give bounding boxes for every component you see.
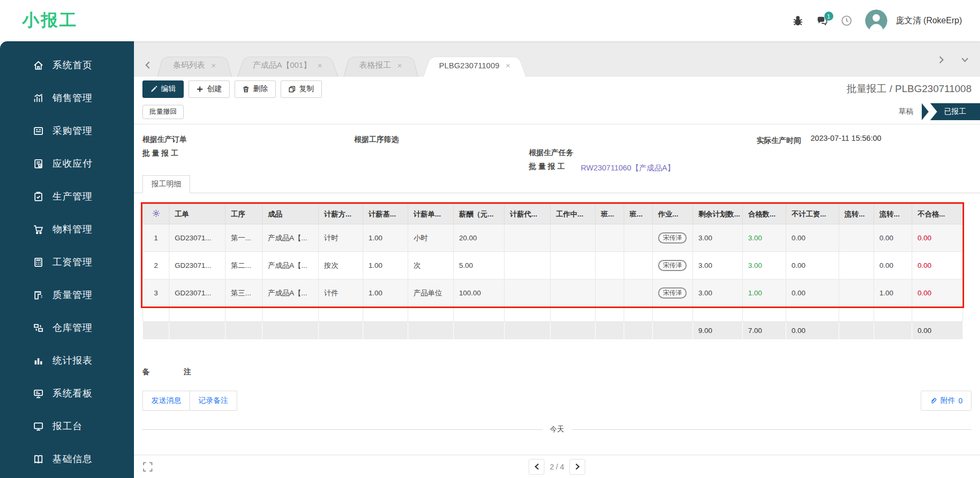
cell-shift2[interactable] (624, 252, 653, 279)
tab-close-icon[interactable]: × (318, 61, 322, 70)
tab-2[interactable]: 表格报工× (344, 53, 418, 77)
column-header[interactable]: 工序 (226, 204, 263, 224)
cell-flow1[interactable] (839, 279, 874, 307)
delete-button[interactable]: 删除 (235, 80, 276, 98)
send-message-button[interactable]: 发送消息 (142, 391, 190, 411)
sidebar-item-dashboard[interactable]: 系统看板 (0, 377, 134, 410)
sidebar-item-quality[interactable]: 质量管理 (0, 278, 134, 311)
cell-remaining[interactable]: 3.00 (693, 279, 743, 307)
tabs-scroll-left-icon[interactable] (139, 53, 155, 77)
log-note-button[interactable]: 记录备注 (190, 391, 237, 411)
cell-working[interactable] (551, 279, 596, 307)
sidebar-item-report-chart[interactable]: 统计报表 (0, 344, 134, 377)
field-order-batch[interactable]: 根据生产订单 批 量 报 工 (142, 133, 354, 174)
cell-unqualified[interactable]: 0.00 (912, 252, 963, 279)
column-header[interactable]: 成品 (263, 204, 319, 224)
cell-pay_agent[interactable] (505, 252, 551, 279)
cell-no_wage[interactable]: 0.00 (786, 252, 839, 279)
cell-no_wage[interactable]: 0.00 (786, 279, 839, 307)
cell-product[interactable]: 产成品A【... (263, 224, 319, 252)
operator-pill[interactable]: 宋传泽 (658, 287, 687, 299)
stage-done[interactable]: 已报工 (930, 103, 980, 120)
task-link[interactable]: RW230711060【产成品A】 (581, 163, 675, 174)
field-process-filter[interactable]: 根据工序筛选 (354, 133, 529, 174)
sidebar-item-receivable-payable[interactable]: 应收应付 (0, 147, 134, 180)
tab-report-detail[interactable]: 报工明细 (142, 175, 190, 193)
cell-shift1[interactable] (596, 252, 624, 279)
cell-pay_unit[interactable]: 次 (408, 252, 454, 279)
cell-remaining[interactable]: 3.00 (693, 252, 743, 279)
table-row[interactable]: 2GD23071...第二...产成品A【...按次1.00次5.00宋传泽3.… (143, 252, 963, 279)
cell-no_wage[interactable]: 0.00 (786, 224, 839, 252)
sidebar-item-purchase[interactable]: 采购管理 (0, 114, 134, 147)
tab-close-icon[interactable]: × (506, 61, 510, 70)
sidebar-item-production[interactable]: 生产管理 (0, 180, 134, 213)
cell-flow2[interactable]: 1.00 (874, 279, 912, 307)
cell-work_order[interactable]: GD23071... (169, 224, 226, 252)
activity-clock-icon[interactable] (841, 15, 852, 26)
column-header[interactable]: 作业... (653, 204, 693, 224)
cell-flow2[interactable]: 0.00 (874, 224, 912, 252)
table-row[interactable]: 1GD23071...第一...产成品A【...计时1.00小时20.00宋传泽… (143, 224, 963, 252)
operator-pill[interactable]: 宋传泽 (658, 232, 687, 243)
batch-recall-button[interactable]: 批量撤回 (142, 105, 184, 119)
sidebar-item-material-cart[interactable]: 物料管理 (0, 213, 134, 246)
cell-shift1[interactable] (596, 224, 624, 252)
cell-operator[interactable]: 宋传泽 (653, 252, 693, 279)
cell-num[interactable]: 3 (143, 279, 169, 307)
cell-qualified[interactable]: 3.00 (743, 252, 786, 279)
actual-time-value[interactable]: 2023-07-11 15:56:00 (811, 134, 882, 142)
column-header[interactable]: 工单 (169, 204, 226, 224)
cell-unqualified[interactable]: 0.00 (912, 224, 963, 252)
column-header[interactable]: 合格数... (743, 204, 786, 224)
column-header[interactable]: 班... (624, 204, 653, 224)
cell-flow1[interactable] (839, 252, 874, 279)
sidebar-item-wage[interactable]: 工资管理 (0, 246, 134, 278)
pager-prev-icon[interactable] (528, 459, 544, 475)
sidebar-item-base-info[interactable]: 基础信息 (0, 443, 134, 475)
column-header[interactable]: 流转... (839, 204, 874, 224)
cell-salary[interactable]: 100.00 (454, 279, 505, 307)
cell-qualified[interactable]: 1.00 (743, 279, 786, 307)
cell-salary[interactable]: 5.00 (454, 252, 505, 279)
column-header[interactable]: 班... (596, 204, 624, 224)
cell-pay_base[interactable]: 1.00 (363, 224, 408, 252)
cell-shift2[interactable] (624, 224, 653, 252)
user-avatar[interactable] (865, 10, 887, 32)
tab-0[interactable]: 条码列表× (157, 53, 232, 77)
tabs-scroll-right-icon[interactable] (933, 48, 949, 71)
pager-next-icon[interactable] (570, 459, 586, 475)
stage-draft[interactable]: 草稿 (898, 107, 913, 116)
cell-pay_agent[interactable] (505, 279, 551, 307)
cell-unqualified[interactable]: 0.00 (912, 279, 963, 307)
cell-qualified[interactable]: 3.00 (743, 224, 786, 252)
column-header[interactable]: 不计工资... (786, 204, 839, 224)
cell-pay_method[interactable]: 计件 (319, 279, 363, 307)
cell-pay_base[interactable]: 1.00 (363, 279, 408, 307)
column-header[interactable]: 不合格... (912, 204, 963, 224)
cell-working[interactable] (551, 252, 596, 279)
attachment-button[interactable]: 附件 0 (921, 391, 972, 411)
tab-1[interactable]: 产成品A【001】× (237, 53, 338, 77)
cell-working[interactable] (551, 224, 596, 252)
create-button[interactable]: 创建 (188, 80, 230, 98)
cell-pay_base[interactable]: 1.00 (363, 252, 408, 279)
cell-num[interactable]: 1 (143, 224, 169, 252)
cell-pay_agent[interactable] (505, 224, 551, 252)
copy-button[interactable]: 复制 (281, 80, 322, 98)
cell-work_order[interactable]: GD23071... (169, 252, 226, 279)
operator-pill[interactable]: 宋传泽 (658, 260, 687, 271)
edit-button[interactable]: 编辑 (142, 80, 184, 98)
cell-salary[interactable]: 20.00 (454, 224, 505, 252)
sidebar-item-home[interactable]: 系统首页 (0, 49, 134, 82)
tab-close-icon[interactable]: × (398, 61, 402, 70)
sidebar-item-warehouse[interactable]: 仓库管理 (0, 311, 134, 344)
column-header[interactable]: 工作中... (551, 204, 596, 224)
cell-process[interactable]: 第一... (226, 224, 263, 252)
cell-pay_unit[interactable]: 小时 (408, 224, 454, 252)
column-header[interactable]: 计薪单... (408, 204, 454, 224)
tabs-menu-chevron-down-icon[interactable] (957, 48, 973, 71)
messages-chat-icon[interactable]: 1 (816, 15, 828, 26)
cell-pay_unit[interactable]: 产品单位 (408, 279, 454, 307)
column-header[interactable]: 计薪代... (505, 204, 551, 224)
